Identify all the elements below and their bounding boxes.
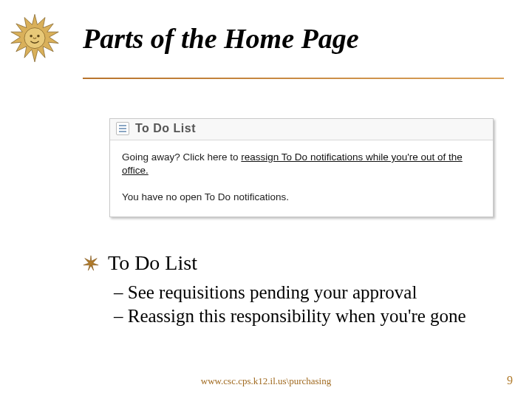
main-bullet-text: To Do List [108,251,197,275]
no-open-notifications: You have no open To Do notifications. [122,191,481,204]
main-bullet: To Do List [83,251,511,275]
star-bullet-icon [83,255,99,271]
list-icon [116,122,129,135]
going-away-prefix: Going away? Click here to [122,151,241,163]
bullet-block: To Do List – See requisitions pending yo… [83,251,511,330]
sub-bullet-2: – Reassign this responsibility when you'… [114,306,511,327]
panel-header: To Do List [110,119,493,140]
slide-title: Parts of the Home Page [83,22,359,55]
svg-point-3 [37,35,40,38]
footer-url: www.csc.cps.k12.il.us\purchasing [0,375,532,387]
todo-panel: To Do List Going away? Click here to rea… [109,118,494,217]
svg-point-2 [30,35,33,38]
panel-body: Going away? Click here to reassign To Do… [110,140,493,216]
slide-number: 9 [507,374,513,387]
sub-bullet-1: – See requisitions pending your approval [114,282,511,303]
svg-marker-4 [83,256,98,270]
panel-title: To Do List [135,122,196,135]
svg-point-1 [24,28,45,49]
going-away-text: Going away? Click here to reassign To Do… [122,151,481,177]
sun-icon [9,13,61,65]
title-underline [83,78,504,79]
